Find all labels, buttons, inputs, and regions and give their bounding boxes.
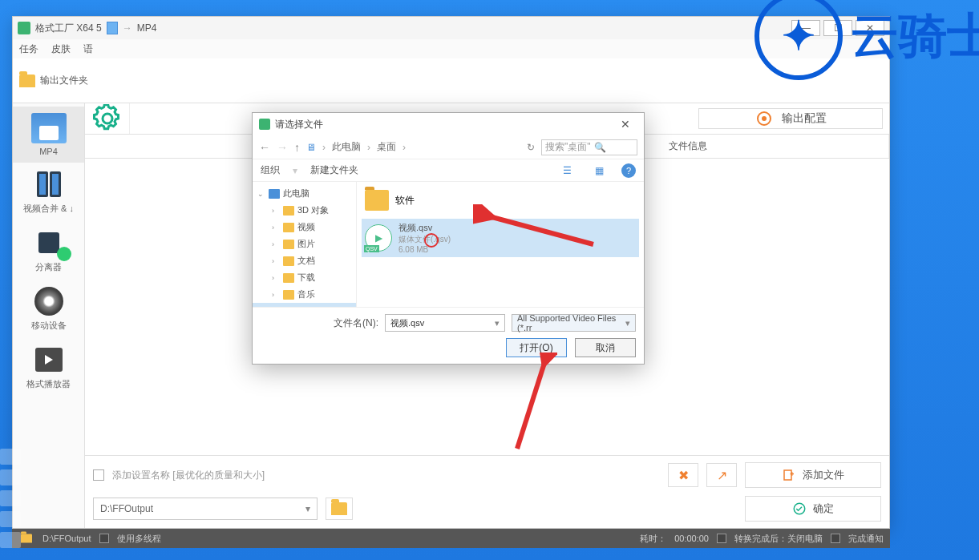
- folder-icon: [283, 273, 294, 283]
- titlebar[interactable]: 格式工厂 X64 5 → MP4 — ☐ ✕: [13, 17, 889, 39]
- folder-icon: [283, 206, 294, 216]
- folder-icon: [21, 534, 32, 542]
- filename-input[interactable]: 视频.qsv ▾: [385, 314, 505, 332]
- help-button[interactable]: ?: [621, 163, 636, 178]
- tree-item[interactable]: ›文档: [253, 252, 356, 269]
- qsv-file-icon: ▶: [365, 224, 392, 252]
- file-list: 软件 ▶ 视频.qsv 媒体文件(.qsv) 6.08 MB: [357, 182, 644, 307]
- notify-label: 完成通知: [848, 533, 884, 545]
- disc-icon: [31, 286, 67, 316]
- menu-skin[interactable]: 皮肤: [51, 42, 71, 56]
- chevron-down-icon: ▾: [495, 318, 500, 328]
- add-file-button[interactable]: 添加文件: [745, 462, 881, 488]
- nav-forward-button[interactable]: →: [277, 141, 288, 154]
- menubar: 任务 皮肤 语: [13, 39, 889, 58]
- chevron-down-icon: ⌄: [257, 190, 265, 198]
- folder-tree: ⌄ 此电脑 ›3D 对象 ›视频 ›图片 ›文档 ›下载 ›音乐 ›桌面 ›Wi…: [253, 182, 357, 307]
- multithread-label: 使用多线程: [117, 533, 161, 545]
- minimize-button[interactable]: —: [791, 20, 820, 36]
- maximize-button[interactable]: ☐: [823, 20, 852, 36]
- dialog-icon: [259, 119, 270, 130]
- open-button[interactable]: 打开(O): [506, 338, 567, 357]
- crumb-separator: ›: [403, 142, 406, 153]
- ok-button[interactable]: 确定: [745, 496, 881, 522]
- new-folder-button[interactable]: 新建文件夹: [310, 163, 358, 177]
- task-icon[interactable]: [0, 490, 21, 506]
- svg-rect-2: [784, 470, 791, 480]
- menu-task[interactable]: 任务: [19, 42, 38, 56]
- search-input[interactable]: 搜索"桌面" 🔍: [541, 139, 637, 155]
- file-open-dialog: 请选择文件 ✕ ← → ↑ 🖥 › 此电脑 › 桌面 › ↻ 搜索"桌面" 🔍 …: [252, 112, 645, 365]
- folder-icon: [19, 75, 35, 87]
- folder-icon: [283, 240, 294, 249]
- browse-folder-button[interactable]: [326, 498, 353, 520]
- tree-item[interactable]: ›音乐: [253, 286, 356, 303]
- view-mode-button[interactable]: ☰: [557, 163, 576, 179]
- settings-gear-button[interactable]: [85, 103, 130, 134]
- time-value: 00:00:00: [674, 534, 709, 543]
- doc-icon: [107, 22, 118, 34]
- task-icon[interactable]: [0, 469, 21, 485]
- cancel-button[interactable]: 取消: [575, 338, 636, 357]
- sidebar-item-mp4[interactable]: MP4 MP4: [13, 107, 84, 163]
- output-path-input[interactable]: D:\FFOutput ▾: [93, 498, 318, 520]
- add-file-icon: [782, 468, 796, 482]
- pc-icon: [269, 189, 280, 199]
- chevron-down-icon: ▾: [305, 503, 310, 514]
- task-icon[interactable]: [0, 511, 21, 527]
- dialog-titlebar[interactable]: 请选择文件 ✕: [253, 113, 644, 135]
- player-icon: [31, 344, 67, 375]
- add-settings-checkbox[interactable]: [93, 469, 104, 481]
- format-sidebar: MP4 MP4 视频合并 & ↓ 分离器 移动设备 格式播放器: [13, 103, 85, 528]
- split-icon: [31, 228, 67, 258]
- task-icon[interactable]: [0, 532, 21, 548]
- task-icon[interactable]: [0, 449, 21, 465]
- nav-back-button[interactable]: ←: [259, 141, 270, 154]
- folder-icon: [283, 223, 294, 232]
- organize-button[interactable]: 组织: [261, 163, 280, 177]
- breadcrumb[interactable]: 桌面: [377, 140, 396, 154]
- gear-icon: [93, 104, 122, 133]
- sidebar-item-mobile[interactable]: 移动设备: [13, 280, 84, 338]
- pc-icon: 🖥: [306, 142, 316, 153]
- app-icon: [18, 22, 30, 34]
- arrow-icon: →: [123, 22, 132, 34]
- view-mode-button[interactable]: ▦: [589, 163, 609, 179]
- sidebar-item-merge[interactable]: 视频合并 & ↓: [13, 163, 84, 221]
- tree-item[interactable]: ›3D 对象: [253, 202, 356, 219]
- app-title: 格式工厂 X64 5: [35, 22, 102, 35]
- output-config-button[interactable]: 输出配置: [698, 108, 883, 129]
- sidebar-item-splitter[interactable]: 分离器: [13, 221, 84, 280]
- shutdown-checkbox[interactable]: [717, 534, 726, 543]
- search-icon: 🔍: [594, 142, 606, 153]
- check-icon: [792, 502, 807, 516]
- breadcrumb[interactable]: 此电脑: [332, 140, 361, 154]
- gear-orange-icon: [754, 109, 774, 128]
- after-convert-label: 转换完成后：关闭电脑: [734, 533, 823, 545]
- tree-item[interactable]: ›图片: [253, 236, 356, 252]
- folder-icon: [365, 190, 389, 211]
- status-path: D:\FFOutput: [42, 534, 91, 543]
- folder-icon: [331, 502, 347, 515]
- file-item-folder[interactable]: 软件: [362, 187, 639, 214]
- export-button[interactable]: ↗: [706, 463, 737, 487]
- output-folder-button[interactable]: 输出文件夹: [19, 74, 88, 87]
- notify-checkbox[interactable]: [831, 534, 840, 543]
- file-item-qsv[interactable]: ▶ 视频.qsv 媒体文件(.qsv) 6.08 MB: [362, 219, 639, 257]
- menu-lang[interactable]: 语: [83, 42, 93, 56]
- tree-item-thispc[interactable]: ⌄ 此电脑: [253, 185, 356, 202]
- tree-item[interactable]: ›下载: [253, 269, 356, 286]
- remove-file-button[interactable]: ✖: [668, 463, 698, 487]
- dialog-toolbar: 组织 ▾ 新建文件夹 ☰ ▦ ?: [253, 159, 644, 182]
- close-button[interactable]: ✕: [856, 20, 884, 36]
- sidebar-item-player[interactable]: 格式播放器: [13, 338, 84, 397]
- filename-label: 文件名(N):: [334, 316, 378, 330]
- nav-up-button[interactable]: ↑: [294, 141, 300, 154]
- multithread-checkbox[interactable]: [99, 534, 109, 543]
- tree-item[interactable]: ›视频: [253, 219, 356, 236]
- add-settings-label: 添加设置名称 [最优化的质量和大小]: [112, 469, 265, 482]
- dialog-close-button[interactable]: ✕: [613, 118, 637, 131]
- file-filter-select[interactable]: All Supported Video Files (*.rr ▾: [512, 314, 636, 332]
- statusbar: D:\FFOutput 使用多线程 耗时： 00:00:00 转换完成后：关闭电…: [12, 529, 890, 548]
- refresh-icon[interactable]: ↻: [527, 142, 535, 153]
